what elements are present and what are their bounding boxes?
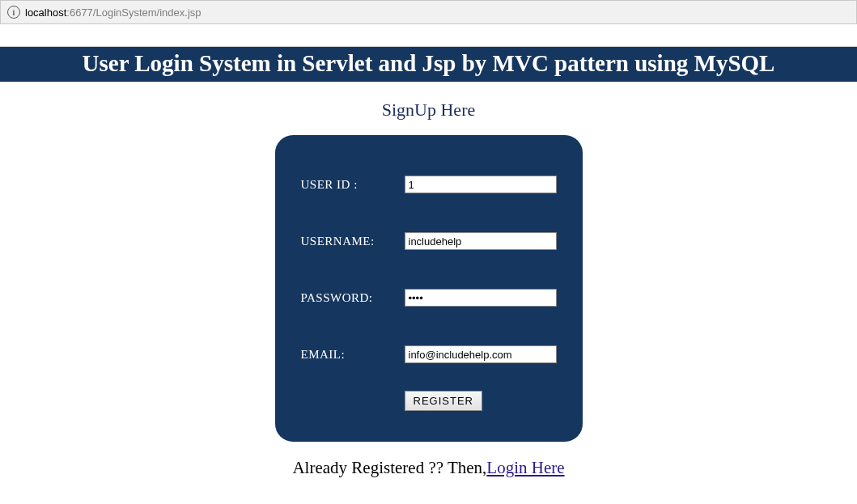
address-bar[interactable]: i localhost:6677/LoginSystem/index.jsp <box>0 0 857 24</box>
signup-form-card: USER ID : USERNAME: PASSWORD: EMAIL: REG… <box>275 135 583 442</box>
toolbar-gap <box>0 24 857 47</box>
login-here-link[interactable]: Login Here <box>486 458 564 477</box>
footer-text: Already Registered ?? Then,Login Here <box>0 458 857 478</box>
url-host: localhost <box>25 6 66 19</box>
username-label: USERNAME: <box>301 235 405 248</box>
password-input[interactable] <box>405 289 557 307</box>
password-row: PASSWORD: <box>301 289 557 307</box>
register-button-row: REGISTER <box>301 391 557 411</box>
register-button[interactable]: REGISTER <box>405 391 482 411</box>
footer-prefix: Already Registered ?? Then, <box>292 458 486 477</box>
page-banner: User Login System in Servlet and Jsp by … <box>0 47 857 82</box>
password-label: PASSWORD: <box>301 291 405 305</box>
userid-label: USER ID : <box>301 178 405 192</box>
email-label: EMAIL: <box>301 348 405 362</box>
username-row: USERNAME: <box>301 232 557 250</box>
email-row: EMAIL: <box>301 345 557 363</box>
signup-heading: SignUp Here <box>0 100 857 121</box>
username-input[interactable] <box>405 232 557 250</box>
email-input[interactable] <box>405 345 557 363</box>
banner-title: User Login System in Servlet and Jsp by … <box>83 50 775 76</box>
info-icon: i <box>7 6 20 19</box>
userid-row: USER ID : <box>301 176 557 193</box>
userid-input[interactable] <box>405 176 557 193</box>
url-path: :6677/LoginSystem/index.jsp <box>66 6 201 19</box>
